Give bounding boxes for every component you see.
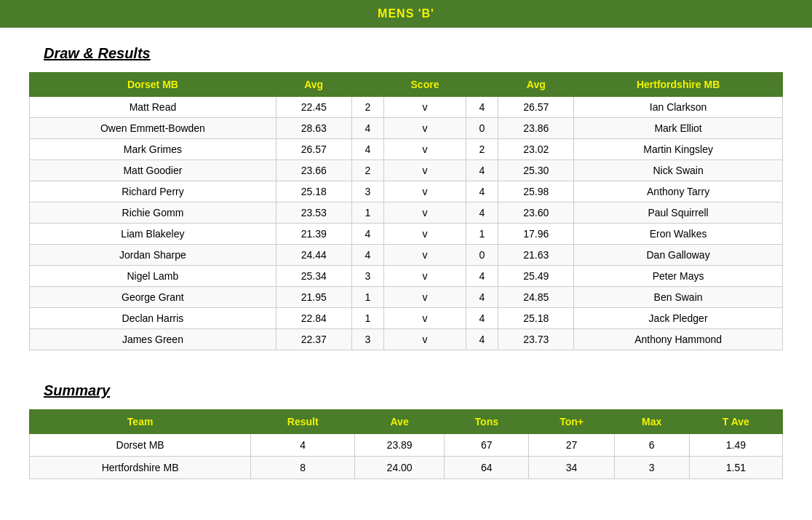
- table-row: Mark Grimes 26.57 4 v 2 23.02 Martin Kin…: [30, 139, 783, 160]
- left-player: Matt Read: [30, 97, 276, 118]
- score-left: 3: [351, 329, 384, 350]
- left-player: Richard Perry: [30, 181, 276, 202]
- score-left: 4: [351, 118, 384, 139]
- left-player: James Green: [30, 329, 276, 350]
- avg-left: 21.39: [276, 224, 351, 245]
- score-right: 4: [466, 287, 498, 308]
- sum-ave: 24.00: [355, 457, 445, 479]
- top-banner: MENS 'B': [0, 0, 812, 28]
- table-row: Richie Gomm 23.53 1 v 4 23.60 Paul Squir…: [30, 202, 783, 224]
- results-table: Dorset MB Avg Score Avg Hertfordshire MB…: [29, 72, 783, 350]
- right-player: Dan Galloway: [574, 245, 783, 266]
- table-row: Matt Goodier 23.66 2 v 4 25.30 Nick Swai…: [30, 160, 783, 181]
- sum-tons: 64: [445, 457, 529, 479]
- right-player: Mark Elliot: [574, 118, 783, 139]
- score-right: 2: [466, 139, 498, 160]
- avg-right: 21.63: [498, 245, 574, 266]
- banner-title: MENS 'B': [378, 7, 434, 20]
- score-right: 4: [466, 160, 498, 181]
- avg-left: 23.53: [276, 202, 351, 224]
- summary-heading: Summary: [44, 382, 812, 399]
- left-player: Declan Harris: [30, 308, 276, 329]
- avg-right: 25.18: [498, 308, 574, 329]
- sum-ave: 23.89: [355, 434, 445, 457]
- score-right: 4: [466, 329, 498, 350]
- left-player: Liam Blakeley: [30, 224, 276, 245]
- summary-table: Team Result Ave Tons Ton+ Max T Ave Dors…: [29, 409, 783, 479]
- score-vs: v: [384, 308, 466, 329]
- col-left-team: Dorset MB: [30, 73, 276, 97]
- right-player: Ben Swain: [574, 287, 783, 308]
- score-vs: v: [384, 97, 466, 118]
- score-right: 4: [466, 308, 498, 329]
- avg-left: 21.95: [276, 287, 351, 308]
- score-vs: v: [384, 329, 466, 350]
- right-player: Eron Walkes: [574, 224, 783, 245]
- score-left: 2: [351, 160, 384, 181]
- sum-result: 8: [251, 457, 355, 479]
- summary-row: Dorset MB 4 23.89 67 27 6 1.49: [30, 434, 783, 457]
- score-right: 0: [466, 245, 498, 266]
- avg-left: 28.63: [276, 118, 351, 139]
- right-player: Paul Squirrell: [574, 202, 783, 224]
- avg-left: 22.45: [276, 97, 351, 118]
- sum-max: 3: [614, 457, 689, 479]
- avg-right: 26.57: [498, 97, 574, 118]
- left-player: Matt Goodier: [30, 160, 276, 181]
- score-right: 4: [466, 202, 498, 224]
- score-left: 3: [351, 181, 384, 202]
- left-player: Owen Emmett-Bowden: [30, 118, 276, 139]
- right-player: Peter Mays: [574, 266, 783, 287]
- sum-col-t-ave: T Ave: [689, 410, 782, 434]
- summary-header-row: Team Result Ave Tons Ton+ Max T Ave: [30, 410, 783, 434]
- score-left: 4: [351, 224, 384, 245]
- left-player: Nigel Lamb: [30, 266, 276, 287]
- score-left: 3: [351, 266, 384, 287]
- score-vs: v: [384, 266, 466, 287]
- left-player: George Grant: [30, 287, 276, 308]
- sum-col-result: Result: [251, 410, 355, 434]
- score-left: 4: [351, 139, 384, 160]
- score-vs: v: [384, 160, 466, 181]
- right-player: Martin Kingsley: [574, 139, 783, 160]
- sum-col-ave: Ave: [355, 410, 445, 434]
- page-wrapper: MENS 'B' Draw & Results Dorset MB Avg Sc…: [0, 0, 812, 494]
- sum-result: 4: [251, 434, 355, 457]
- sum-col-ton-plus: Ton+: [529, 410, 614, 434]
- left-player: Jordan Sharpe: [30, 245, 276, 266]
- score-right: 4: [466, 181, 498, 202]
- right-player: Anthony Tarry: [574, 181, 783, 202]
- col-right-team: Hertfordshire MB: [574, 73, 783, 97]
- avg-left: 25.34: [276, 266, 351, 287]
- table-row: Jordan Sharpe 24.44 4 v 0 21.63 Dan Gall…: [30, 245, 783, 266]
- right-player: Nick Swain: [574, 160, 783, 181]
- table-row: George Grant 21.95 1 v 4 24.85 Ben Swain: [30, 287, 783, 308]
- table-row: Owen Emmett-Bowden 28.63 4 v 0 23.86 Mar…: [30, 118, 783, 139]
- score-right: 1: [466, 224, 498, 245]
- avg-right: 24.85: [498, 287, 574, 308]
- summary-table-wrap: Team Result Ave Tons Ton+ Max T Ave Dors…: [29, 409, 783, 479]
- summary-row: Hertfordshire MB 8 24.00 64 34 3 1.51: [30, 457, 783, 479]
- table-row: Matt Read 22.45 2 v 4 26.57 Ian Clarkson: [30, 97, 783, 118]
- avg-left: 22.37: [276, 329, 351, 350]
- results-table-wrap: Dorset MB Avg Score Avg Hertfordshire MB…: [29, 72, 783, 350]
- avg-right: 25.98: [498, 181, 574, 202]
- avg-right: 25.49: [498, 266, 574, 287]
- sum-ton-plus: 27: [529, 434, 614, 457]
- right-player: Ian Clarkson: [574, 97, 783, 118]
- score-left: 1: [351, 308, 384, 329]
- sum-t-ave: 1.49: [689, 434, 782, 457]
- sum-col-team: Team: [30, 410, 251, 434]
- sum-t-ave: 1.51: [689, 457, 782, 479]
- avg-right: 17.96: [498, 224, 574, 245]
- col-score-l: [351, 73, 384, 97]
- sum-max: 6: [614, 434, 689, 457]
- score-right: 4: [466, 266, 498, 287]
- score-vs: v: [384, 139, 466, 160]
- score-right: 4: [466, 97, 498, 118]
- table-row: Liam Blakeley 21.39 4 v 1 17.96 Eron Wal…: [30, 224, 783, 245]
- avg-left: 25.18: [276, 181, 351, 202]
- right-player: Anthony Hammond: [574, 329, 783, 350]
- avg-left: 26.57: [276, 139, 351, 160]
- score-right: 0: [466, 118, 498, 139]
